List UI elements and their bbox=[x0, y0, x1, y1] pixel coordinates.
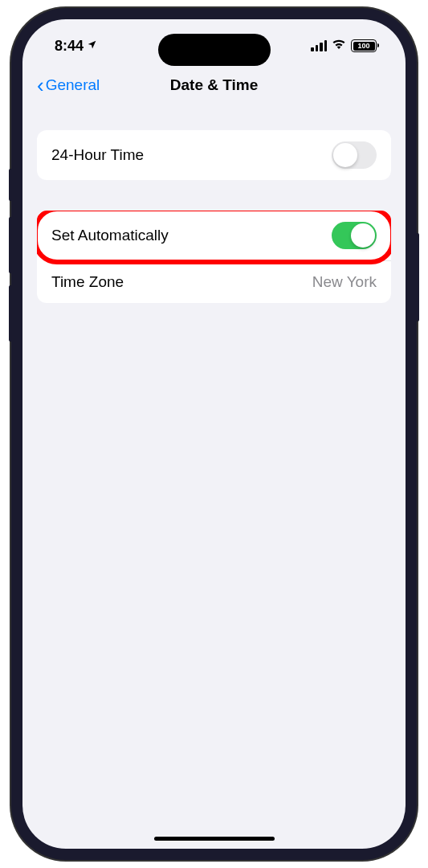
chevron-left-icon: ‹ bbox=[37, 75, 44, 96]
status-left: 8:44 bbox=[55, 38, 97, 55]
status-time: 8:44 bbox=[55, 38, 84, 55]
row-label: Time Zone bbox=[51, 273, 124, 291]
page-title: Date & Time bbox=[170, 76, 258, 94]
settings-content: 24-Hour Time Set Automatically Ti bbox=[22, 104, 406, 303]
row-time-zone[interactable]: Time Zone New York bbox=[37, 261, 391, 303]
toggle-knob bbox=[333, 143, 357, 167]
status-right: 100 bbox=[311, 39, 377, 53]
row-label: Set Automatically bbox=[51, 227, 169, 244]
back-button[interactable]: ‹ General bbox=[37, 75, 100, 96]
side-button bbox=[417, 233, 419, 321]
side-button bbox=[9, 169, 11, 201]
side-button bbox=[9, 285, 11, 342]
phone-frame: 8:44 100 ‹ General bbox=[11, 8, 417, 860]
home-indicator[interactable] bbox=[154, 837, 275, 841]
battery-level: 100 bbox=[353, 42, 375, 51]
toggle-set-automatically[interactable] bbox=[332, 222, 377, 249]
screen: 8:44 100 ‹ General bbox=[22, 19, 406, 849]
settings-group: Set Automatically Time Zone New York bbox=[37, 211, 391, 303]
cellular-signal-icon bbox=[311, 40, 327, 51]
wifi-icon bbox=[332, 39, 346, 53]
location-icon bbox=[87, 39, 97, 52]
back-label: General bbox=[46, 76, 100, 94]
row-set-automatically[interactable]: Set Automatically bbox=[37, 211, 391, 260]
side-button bbox=[9, 217, 11, 273]
dynamic-island bbox=[158, 34, 271, 66]
toggle-knob bbox=[351, 223, 375, 248]
navigation-bar: ‹ General Date & Time bbox=[22, 66, 406, 104]
row-24-hour-time[interactable]: 24-Hour Time bbox=[37, 130, 391, 180]
row-value: New York bbox=[312, 273, 377, 291]
row-label: 24-Hour Time bbox=[51, 146, 144, 164]
settings-group: 24-Hour Time bbox=[37, 130, 391, 180]
toggle-24-hour-time[interactable] bbox=[332, 141, 377, 169]
battery-icon: 100 bbox=[351, 39, 377, 52]
